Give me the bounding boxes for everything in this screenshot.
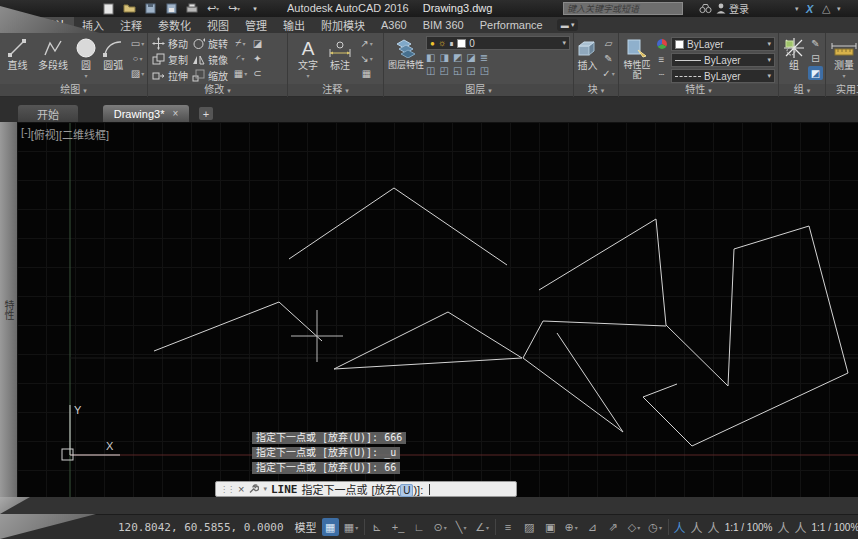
redo-button[interactable]: ↪▾ — [226, 2, 242, 16]
command-option-key[interactable]: U — [400, 484, 413, 497]
status-annotation-visibility[interactable]: 人 — [674, 519, 686, 536]
layer-unisolate-icon[interactable]: ◫ — [426, 65, 435, 76]
panel-label-utilities[interactable]: 实用工具 — [826, 84, 858, 96]
copy-button[interactable]: 复制 — [152, 52, 188, 67]
lineweight-list-icon[interactable]: ≡ — [654, 52, 669, 66]
status-viewport-scale-icon[interactable]: 人 — [794, 519, 806, 536]
layer-unlock-icon[interactable]: ◱ — [453, 65, 462, 76]
layer-thaw-all-icon[interactable]: ◰ — [439, 65, 448, 76]
new-file-icon[interactable] — [100, 2, 116, 16]
ribbon-tab-manage[interactable]: 管理 — [237, 17, 275, 33]
recent-commands-caret-icon[interactable]: ▾ — [263, 485, 267, 493]
ribbon-collapse-button[interactable]: ▬ ▾ — [557, 19, 579, 31]
panel-label-draw[interactable]: 绘图 ▾ — [0, 84, 147, 96]
model-space-indicator[interactable]: 模型 — [295, 519, 317, 535]
layer-walk-icon[interactable]: ◳ — [480, 65, 489, 76]
file-tab-drawing3[interactable]: Drawing3* × — [103, 105, 189, 122]
command-close-icon[interactable]: × — [238, 483, 244, 495]
undo-button[interactable]: ↩▾ — [205, 2, 221, 16]
move-button[interactable]: 移动 — [152, 36, 188, 51]
block-attrib-icon[interactable]: ✎ — [601, 51, 616, 65]
status-toggle-osnap-3d-icon[interactable]: ⊕▾ — [563, 518, 580, 536]
erase-icon[interactable]: ◪ — [250, 36, 265, 50]
status-viewport-scale-value[interactable]: 1:1 / 100% — [811, 522, 858, 533]
layer-off-icon[interactable]: ◧ — [426, 52, 435, 63]
status-scale-sync[interactable]: 人 — [777, 519, 789, 536]
panel-label-layers[interactable]: 图层 ▾ — [384, 84, 573, 96]
viewport-menu-control[interactable]: [-] — [21, 126, 31, 142]
panel-label-properties[interactable]: 特性 ▾ — [619, 84, 778, 96]
save-as-icon[interactable] — [163, 2, 179, 16]
panel-label-modify[interactable]: 修改 ▾ — [148, 84, 287, 96]
lineweight-select[interactable]: ByLayer ▾ — [671, 53, 775, 67]
stay-connected-caret-icon[interactable]: ▾ — [837, 1, 841, 16]
search-input[interactable] — [563, 2, 683, 15]
user-avatar-icon[interactable] — [716, 1, 726, 16]
layer-select[interactable]: ● ☼ ∎ 0 ▾ — [426, 36, 570, 50]
save-icon[interactable] — [142, 2, 158, 16]
insert-block-button[interactable]: 插入 — [576, 36, 599, 71]
table-icon[interactable]: ▦ — [359, 66, 374, 80]
ungroup-icon[interactable]: ✎ — [808, 36, 823, 50]
signin-caret-icon[interactable]: ▾ — [795, 1, 799, 16]
status-toggle-snap-mode-icon[interactable]: ▦▾ — [343, 518, 360, 536]
group-edit-icon[interactable]: ⊟ — [808, 51, 823, 65]
status-annotation-scale-icon[interactable]: 人 — [708, 519, 720, 536]
visual-style-control[interactable]: [二维线框] — [59, 126, 109, 142]
status-annotation-scale-value[interactable]: 1:1 / 100% — [725, 522, 773, 533]
view-control[interactable]: [俯视] — [31, 126, 59, 142]
ribbon-tab-view[interactable]: 视图 — [199, 17, 237, 33]
block-edit-icon[interactable]: ▱ — [601, 36, 616, 50]
layer-properties-button[interactable]: 图层特性 — [388, 36, 424, 70]
drawing-canvas[interactable] — [17, 122, 858, 497]
sign-in-button[interactable]: 登录 — [729, 1, 749, 16]
new-drawing-tab-button[interactable]: + — [199, 107, 213, 120]
object-color-select[interactable]: ByLayer ▾ — [671, 37, 775, 51]
measure-button[interactable]: 测量 ▾ — [829, 36, 858, 82]
line-button[interactable]: 直线 — [2, 36, 33, 71]
ribbon-tab-parametric[interactable]: 参数化 — [150, 17, 199, 33]
group-selection-toggle-icon[interactable]: ◩ — [808, 66, 823, 80]
layer-isolate-icon[interactable]: ◨ — [439, 52, 448, 63]
trim-icon[interactable]: ⌿▾ — [233, 36, 248, 50]
status-toggle-selection-cycling-icon[interactable]: ▣ — [542, 518, 559, 536]
communication-center-icon[interactable]: △ — [822, 1, 830, 16]
status-autoscale[interactable]: 人 — [691, 519, 703, 536]
group-button[interactable]: 组 — [782, 36, 806, 71]
text-button[interactable]: A 文字 ▾ — [293, 36, 323, 82]
ribbon-tab-annotate[interactable]: 注释 — [112, 17, 150, 33]
explode-icon[interactable]: ✦ — [250, 51, 265, 65]
arc-button[interactable]: 圆弧 — [101, 36, 126, 71]
properties-palette-tab[interactable]: 特性 — [0, 122, 17, 497]
hatch-icon[interactable]: ▨▾ — [130, 66, 145, 80]
status-toggle-dynamic-ucs-icon[interactable]: ⊿ — [584, 518, 601, 536]
panel-label-annotate[interactable]: 注释 ▾ — [288, 84, 383, 96]
open-folder-icon[interactable] — [121, 2, 137, 16]
scale-button[interactable]: 缩放 — [192, 68, 228, 83]
status-toggle-object-snap-icon[interactable]: ∠▾ — [474, 518, 491, 536]
status-toggle-infer-constraints-icon[interactable]: ⊾ — [369, 518, 386, 536]
block-define-icon[interactable]: ✓▾ — [601, 66, 616, 80]
leader-icon[interactable]: ↗▾ — [359, 36, 374, 50]
file-tab-close-icon[interactable]: × — [172, 108, 178, 119]
ribbon-tab-performance[interactable]: Performance — [472, 17, 551, 33]
layer-freeze-icon[interactable]: ◩ — [453, 52, 462, 63]
ellipse-icon[interactable]: ○▾ — [130, 51, 145, 65]
circle-button[interactable]: 圆 ▾ — [73, 36, 98, 82]
layer-current-icon[interactable]: ◲ — [466, 65, 475, 76]
linetype-list-icon[interactable]: ┄ — [654, 67, 669, 81]
status-toggle-annotation-monitor-icon[interactable]: ⇗ — [605, 518, 622, 536]
dimension-button[interactable]: 标注 — [325, 36, 355, 71]
layer-match-icon[interactable]: ≣ — [480, 52, 488, 63]
linetype-select[interactable]: ByLayer ▾ — [671, 69, 775, 83]
command-line[interactable]: ⋮⋮ × ▾ LINE 指定下一点或 [放弃(U)]: — [215, 481, 517, 497]
color-wheel-icon[interactable] — [654, 37, 669, 51]
mirror-button[interactable]: 镜像 — [192, 52, 228, 67]
multileader-icon[interactable]: ↘▾ — [359, 51, 374, 65]
layer-lock-tool-icon[interactable]: ◪ — [466, 52, 475, 63]
ribbon-tab-output[interactable]: 输出 — [275, 17, 313, 33]
status-toggle-units-icon[interactable]: ◇▾ — [626, 518, 643, 536]
search-binoculars-icon[interactable] — [699, 1, 712, 16]
ribbon-tab-a360[interactable]: A360 — [373, 17, 415, 33]
status-toggle-object-snap-tracking-icon[interactable]: ╲▾ — [453, 518, 470, 536]
